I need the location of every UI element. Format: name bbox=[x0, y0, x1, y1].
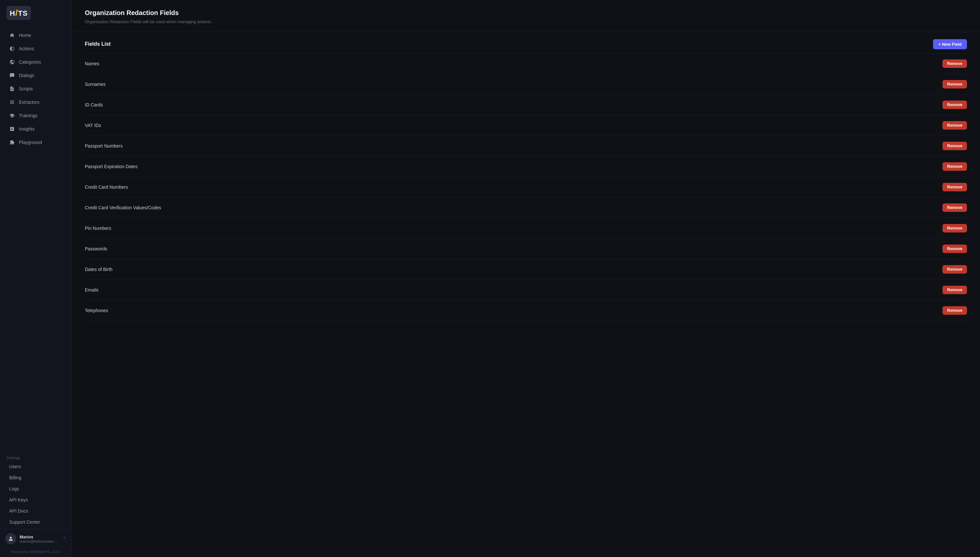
sidebar-item-playground[interactable]: Playground bbox=[3, 136, 69, 149]
field-name-label: Passport Numbers bbox=[85, 143, 123, 148]
table-row: PasswordsRemove bbox=[85, 239, 967, 259]
main-content: Organization Redaction Fields Organizati… bbox=[72, 0, 980, 557]
remove-field-button[interactable]: Remove bbox=[943, 306, 967, 315]
field-name-label: Passport Expiration Dates bbox=[85, 164, 138, 169]
settings-section-label: Settings bbox=[6, 456, 65, 460]
remove-field-button[interactable]: Remove bbox=[943, 121, 967, 130]
sidebar-item-trainings[interactable]: Trainings bbox=[3, 109, 69, 122]
sidebar-item-label: Actions bbox=[19, 46, 34, 51]
sidebar-item-label: Scripts bbox=[19, 86, 33, 91]
sidebar-item-label: API Keys bbox=[9, 497, 28, 502]
remove-field-button[interactable]: Remove bbox=[943, 224, 967, 233]
sidebar-item-users[interactable]: Users bbox=[6, 461, 65, 472]
table-row: EmailsRemove bbox=[85, 280, 967, 300]
chevron-icon: ⌃ bbox=[62, 536, 66, 541]
logo: H/TS bbox=[6, 6, 31, 20]
remove-field-button[interactable]: Remove bbox=[943, 59, 967, 68]
sidebar-item-label: Home bbox=[19, 33, 31, 38]
table-row: NamesRemove bbox=[85, 54, 967, 74]
sidebar-item-label: Dialogs bbox=[19, 73, 34, 78]
sidebar-item-extractors[interactable]: Extractors bbox=[3, 96, 69, 109]
sidebar-item-label: Trainings bbox=[19, 113, 37, 118]
user-area[interactable]: Marios marios@helloworldpc.... ⌃ bbox=[0, 529, 71, 548]
field-name-label: Passwords bbox=[85, 246, 107, 251]
sidebar-item-label: Playground bbox=[19, 140, 42, 145]
remove-field-button[interactable]: Remove bbox=[943, 80, 967, 88]
remove-field-button[interactable]: Remove bbox=[943, 142, 967, 150]
sidebar-item-scripts[interactable]: Scripts bbox=[3, 82, 69, 95]
field-name-label: Names bbox=[85, 61, 99, 66]
field-name-label: Surnames bbox=[85, 81, 106, 87]
sidebar-item-api-keys[interactable]: API Keys bbox=[6, 494, 65, 505]
table-row: Passport NumbersRemove bbox=[85, 136, 967, 156]
sidebar-item-label: Users bbox=[9, 464, 21, 469]
nav-items: Home Actions Categories Dialogs bbox=[0, 27, 71, 451]
remove-field-button[interactable]: Remove bbox=[943, 101, 967, 109]
sidebar-item-label: Categories bbox=[19, 59, 41, 65]
fields-list: NamesRemoveSurnamesRemoveID CardsRemoveV… bbox=[85, 54, 967, 321]
logo-area: H/TS bbox=[0, 0, 71, 27]
sidebar-item-actions[interactable]: Actions bbox=[3, 42, 69, 55]
avatar bbox=[5, 533, 16, 544]
sidebar-item-label: API Docs bbox=[9, 508, 28, 513]
field-name-label: Telephones bbox=[85, 308, 108, 313]
sidebar-item-dialogs[interactable]: Dialogs bbox=[3, 69, 69, 82]
table-row: Credit Card Verification Values/CodesRem… bbox=[85, 197, 967, 218]
field-name-label: Dates of Birth bbox=[85, 267, 112, 272]
sidebar-item-support-center[interactable]: Support Center bbox=[6, 516, 65, 528]
sidebar-item-insights[interactable]: Insights bbox=[3, 122, 69, 135]
sidebar-item-billing[interactable]: Billing bbox=[6, 472, 65, 483]
field-name-label: ID Cards bbox=[85, 102, 103, 107]
sidebar-item-categories[interactable]: Categories bbox=[3, 55, 69, 68]
user-info: Marios marios@helloworldpc.... bbox=[19, 534, 59, 543]
remove-field-button[interactable]: Remove bbox=[943, 183, 967, 191]
fields-header: Fields List + New Field bbox=[85, 32, 967, 54]
remove-field-button[interactable]: Remove bbox=[943, 162, 967, 171]
remove-field-button[interactable]: Remove bbox=[943, 265, 967, 274]
settings-section: Settings Users Billing Logs API Keys API… bbox=[0, 451, 71, 529]
page-header: Organization Redaction Fields Organizati… bbox=[72, 0, 980, 32]
scripts-icon bbox=[9, 86, 15, 92]
sidebar-item-home[interactable]: Home bbox=[3, 29, 69, 42]
field-name-label: VAT IDs bbox=[85, 123, 101, 128]
sidebar-item-logs[interactable]: Logs bbox=[6, 483, 65, 494]
remove-field-button[interactable]: Remove bbox=[943, 204, 967, 212]
table-row: TelephonesRemove bbox=[85, 300, 967, 321]
table-row: Credit Card NumbersRemove bbox=[85, 177, 967, 197]
table-row: VAT IDsRemove bbox=[85, 115, 967, 136]
dialogs-icon bbox=[9, 72, 15, 78]
field-name-label: Pin Numbers bbox=[85, 226, 111, 231]
categories-icon bbox=[9, 59, 15, 65]
playground-icon bbox=[9, 139, 15, 145]
field-name-label: Emails bbox=[85, 287, 99, 293]
table-row: SurnamesRemove bbox=[85, 74, 967, 95]
remove-field-button[interactable]: Remove bbox=[943, 286, 967, 294]
sidebar-item-label: Billing bbox=[9, 475, 21, 480]
home-icon bbox=[9, 32, 15, 38]
table-row: Passport Expiration DatesRemove bbox=[85, 156, 967, 177]
sidebar: H/TS Home Actions Categories bbox=[0, 0, 72, 557]
extractors-icon bbox=[9, 99, 15, 105]
fields-list-title: Fields List bbox=[85, 41, 110, 47]
sidebar-item-label: Extractors bbox=[19, 99, 39, 105]
field-name-label: Credit Card Numbers bbox=[85, 184, 128, 190]
table-row: Pin NumbersRemove bbox=[85, 218, 967, 239]
table-row: Dates of BirthRemove bbox=[85, 259, 967, 280]
remove-field-button[interactable]: Remove bbox=[943, 244, 967, 253]
content-area: Fields List + New Field NamesRemoveSurna… bbox=[72, 32, 980, 557]
new-field-button[interactable]: + New Field bbox=[933, 39, 967, 49]
sidebar-item-label: Support Center bbox=[9, 520, 40, 525]
field-name-label: Credit Card Verification Values/Codes bbox=[85, 205, 161, 210]
actions-icon bbox=[9, 46, 15, 52]
sidebar-item-api-docs[interactable]: API Docs bbox=[6, 505, 65, 516]
page-subtitle: Organization Redaction Fields will be us… bbox=[85, 19, 967, 25]
page-title: Organization Redaction Fields bbox=[85, 9, 967, 17]
trainings-icon bbox=[9, 112, 15, 119]
sidebar-item-label: Insights bbox=[19, 126, 34, 132]
sidebar-item-label: Logs bbox=[9, 486, 19, 491]
user-email: marios@helloworldpc.... bbox=[19, 539, 59, 543]
powered-by-text: Powered by HelloWorld PC, v4.3.2 bbox=[0, 548, 71, 557]
insights-icon bbox=[9, 126, 15, 132]
logo-text: H/TS bbox=[10, 8, 28, 18]
user-name: Marios bbox=[19, 534, 59, 539]
